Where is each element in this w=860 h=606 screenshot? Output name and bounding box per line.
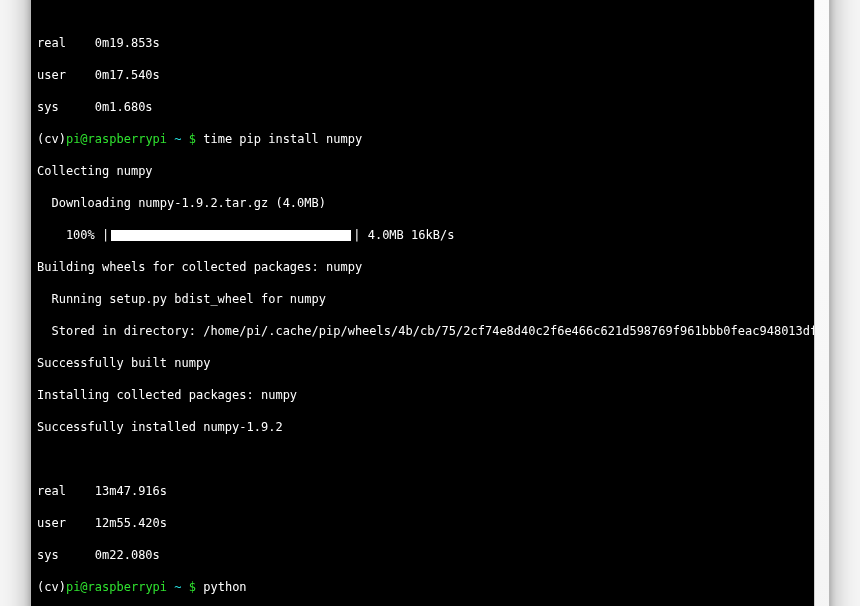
out-line: Successfully built numpy	[37, 355, 808, 371]
terminal-output[interactable]: pi@raspberrypi ~ $ vi .profile pi@raspbe…	[31, 0, 814, 606]
out-line: Collecting numpy	[37, 163, 808, 179]
progress-bar	[111, 230, 351, 241]
time-user: user 12m55.420s	[37, 515, 808, 531]
progress-rate: | 4.0MB 16kB/s	[353, 228, 454, 242]
time-real: real 13m47.916s	[37, 483, 808, 499]
terminal-window: BookBuild — pi@raspberrypi: ~ — ssh — 12…	[30, 0, 830, 606]
prompt-user: pi@raspberrypi	[66, 132, 167, 146]
out-line: Installing collected packages: numpy	[37, 387, 808, 403]
time-sys: sys 0m1.680s	[37, 99, 808, 115]
time-sys: sys 0m22.080s	[37, 547, 808, 563]
terminal-area: pi@raspberrypi ~ $ vi .profile pi@raspbe…	[31, 0, 829, 606]
out-line: Successfully installed numpy-1.9.2	[37, 419, 808, 435]
prompt-cwd: ~	[174, 132, 181, 146]
time-user: user 0m17.540s	[37, 67, 808, 83]
out-line: Downloading numpy-1.9.2.tar.gz (4.0MB)	[37, 195, 808, 211]
prompt-cwd: ~	[174, 580, 181, 594]
prompt-symbol: $	[189, 580, 196, 594]
prompt-symbol: $	[189, 132, 196, 146]
out-line: Running setup.py bdist_wheel for numpy	[37, 291, 808, 307]
venv-tag: (cv)	[37, 580, 66, 594]
venv-tag: (cv)	[37, 132, 66, 146]
out-line: Building wheels for collected packages: …	[37, 259, 808, 275]
cmd-python: python	[203, 580, 246, 594]
scrollbar[interactable]	[814, 0, 829, 606]
time-real: real 0m19.853s	[37, 35, 808, 51]
prompt-user: pi@raspberrypi	[66, 580, 167, 594]
cmd-pip: time pip install numpy	[203, 132, 362, 146]
out-line: Stored in directory: /home/pi/.cache/pip…	[37, 323, 808, 339]
progress-pct: 100% |	[37, 228, 109, 242]
